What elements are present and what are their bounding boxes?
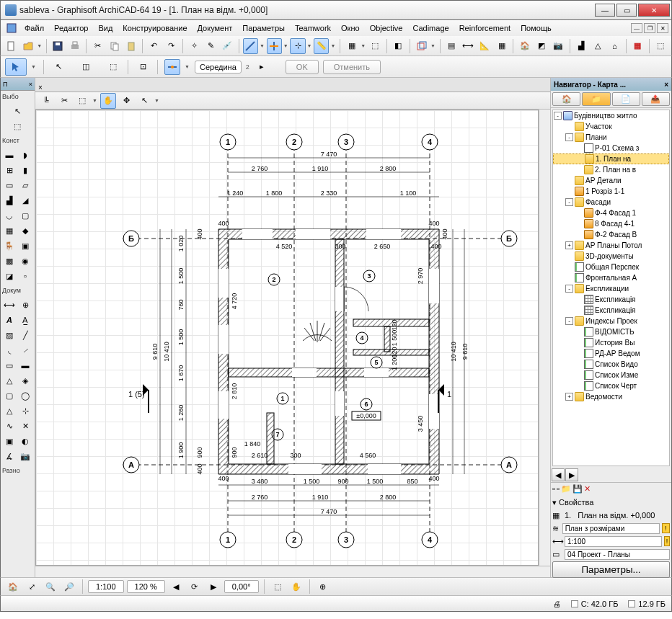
door-tool[interactable]: ◗ [18,148,32,162]
layers-icon[interactable]: ▤ [444,38,459,54]
level-dim-tool[interactable]: ⊕ [18,298,32,312]
tree-node[interactable]: Участок [553,121,669,132]
fill-tool[interactable]: ▨ [2,328,17,342]
tree-node[interactable]: 2. План на в [553,164,669,175]
tree-node[interactable]: Общая Перспек [553,262,669,272]
corner-window-tool[interactable]: ◪ [2,269,17,283]
prop-btn-1[interactable]: ▫ [552,484,555,494]
3d-house-icon[interactable]: 🏠 [517,38,532,54]
tree-node[interactable]: РД-АР Ведом [553,348,669,359]
canvas[interactable]: 1 2 3 4 1 2 3 4 Б Б А А [35,110,539,566]
quick-select-icon[interactable]: ⊡ [135,59,151,75]
properties-header[interactable]: ▾ Свойства [552,496,670,509]
snap-guide-2-icon[interactable] [267,38,282,54]
menu-objective[interactable]: Objective [365,22,408,34]
section-tool[interactable]: ▬ [18,358,32,373]
menu-конструирование[interactable]: Конструирование [118,22,192,34]
grid-tool[interactable]: ⊹ [18,404,32,418]
tree-node[interactable]: +Ведомости [553,391,669,402]
angle-field[interactable]: 0,00° [224,580,259,593]
nav-tab-publisher[interactable]: 📤 [642,92,670,106]
tree-node[interactable]: -Експликации [553,283,669,294]
marquee-icon[interactable]: ◫ [78,59,94,75]
mdi-minimize-button[interactable]: — [631,23,642,33]
zone-tool[interactable]: ▣ [18,239,32,253]
pan-icon[interactable]: ✋ [288,579,304,594]
fit-view-icon[interactable]: ⤢ [24,579,40,594]
tree-node[interactable]: -Фасади [553,197,669,208]
tree-node[interactable]: ВІДОМІСТЬ [553,326,669,337]
orient-prev-icon[interactable]: ◀ [168,579,184,594]
prop-scale-input[interactable] [565,536,662,547]
slab-tool[interactable]: ▱ [18,178,32,192]
camera-icon[interactable]: 📷 [550,38,565,54]
mdi-restore-button[interactable]: ❐ [644,23,655,33]
angle-dim-tool[interactable]: ∡ [2,449,17,463]
vertical-scrollbar[interactable] [539,110,550,566]
trace-icon[interactable] [414,38,429,54]
measure-icon[interactable]: 📐 [477,38,492,54]
worksheet-tool[interactable]: ▢ [2,388,17,403]
wall-end-tool[interactable]: ▫ [18,269,32,283]
dimension-tool[interactable]: ⟷ [2,298,17,312]
magic-wand-icon[interactable]: ✧ [187,38,202,54]
prop-layout-input[interactable] [565,549,670,560]
camera-tool[interactable]: 📷 [18,449,32,463]
nav-tab-viewmap[interactable]: 📁 [582,92,610,106]
prop-layers-input[interactable] [562,523,660,534]
prop-btn-save-view[interactable]: 💾 [572,484,583,494]
scale-field[interactable]: 1:100 [88,580,124,593]
tree-node[interactable]: 3D-документы [553,251,669,262]
tree-node[interactable]: Р-01 Схема з [553,143,669,153]
tab-close-icon[interactable]: × [38,84,43,92]
marquee-tool[interactable]: ⬚ [2,119,32,133]
spline-tool[interactable]: ∿ [2,419,17,433]
arrow-mode-icon[interactable] [5,58,27,76]
nav-btn-left[interactable]: ◀ [552,468,565,481]
snap-guide-1-icon[interactable] [243,38,258,54]
paste-icon[interactable] [123,38,138,54]
prop-btn-new-folder[interactable]: 📁 [561,484,571,494]
tree-node[interactable]: Список Видо [553,359,669,370]
tree-node[interactable]: Список Изме [553,370,669,380]
pens-icon[interactable]: ▦ [494,38,509,54]
qb-move-icon[interactable]: ✥ [118,93,134,109]
tree-node[interactable]: Експликація [553,294,669,305]
home-view-icon[interactable]: 🏠 [5,579,21,594]
arrow-icon[interactable]: ↖ [50,59,66,75]
wall-tool[interactable]: ▬ [2,148,17,162]
ruler-icon[interactable]: 📏 [314,38,329,54]
menu-редактор[interactable]: Редактор [49,22,93,34]
qb-dotted-rect-icon[interactable]: ⬚ [74,93,90,109]
navigator-tree[interactable]: -Будівництво житлоУчасток-ПланиР-01 Схем… [552,110,670,466]
curtain-tool[interactable]: ▦ [2,223,17,238]
nav-tab-layout[interactable]: 📄 [612,92,640,106]
tree-node[interactable]: +АР Планы Потол [553,240,669,251]
select-dotted-icon[interactable]: ⬚ [105,59,121,75]
tracker-icon[interactable]: ⊕ [315,579,331,594]
column-tool[interactable]: ▮ [18,163,32,177]
detail-tool[interactable]: ◯ [18,388,32,403]
orient-next-icon[interactable]: ▶ [205,579,221,594]
tree-node[interactable]: АР Детали [553,175,669,186]
tree-root[interactable]: -Будівництво житло [553,110,669,121]
window-minimize-button[interactable]: — [595,4,615,17]
mdi-close-button[interactable]: ✕ [657,23,668,33]
qb-hand-icon[interactable]: ✋ [100,93,116,109]
menu-помощь[interactable]: Помощь [516,22,557,34]
app-menu-icon[interactable] [4,20,19,36]
print-icon[interactable] [67,38,82,54]
redo-icon[interactable]: ↷ [164,38,179,54]
inject-icon[interactable]: 💉 [220,38,235,54]
navigator-close-icon[interactable]: × [664,81,668,89]
menu-cadimage[interactable]: Cadimage [407,22,454,34]
grid-snap-icon[interactable]: ▦ [344,38,359,54]
label-tool[interactable]: A̲ [18,313,32,327]
qb-trim-icon[interactable]: ✂ [56,93,72,109]
tree-node[interactable]: 8 Фасад 4-1 [553,218,669,229]
zoom-prev-icon[interactable]: 🔍 [43,579,58,594]
marquee-zoom-icon[interactable]: ⬚ [270,579,286,594]
ifc-icon[interactable]: ▦ [630,38,645,54]
menu-документ[interactable]: Документ [193,22,238,34]
window-tool[interactable]: ⊞ [2,163,17,177]
